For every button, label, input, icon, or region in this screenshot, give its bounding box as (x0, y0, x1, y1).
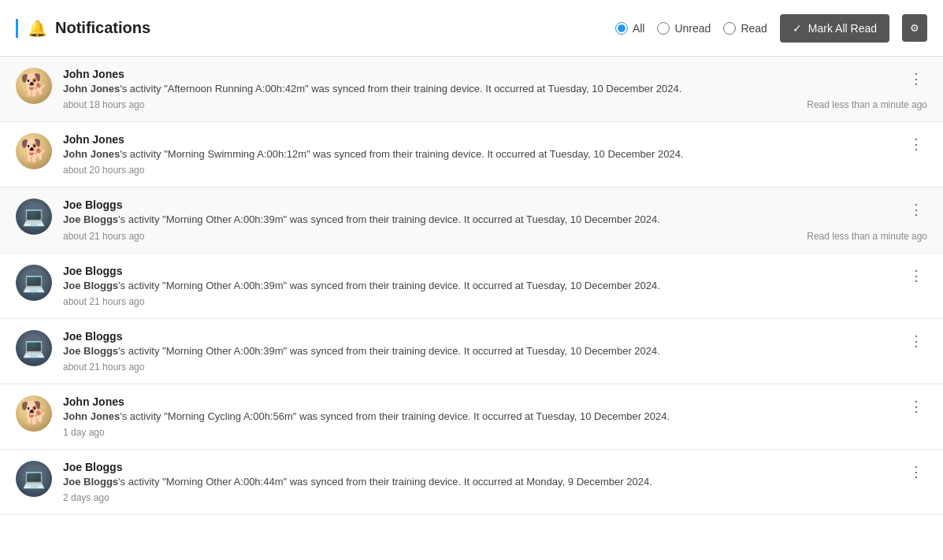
notification-user-name: Joe Bloggs (63, 461, 927, 473)
filter-unread-label: Unread (674, 22, 711, 35)
notification-time: about 21 hours ago (63, 362, 144, 373)
notification-read-status: Read less than a minute ago (807, 231, 927, 242)
filter-all-option[interactable]: All (615, 22, 645, 35)
notification-content: Joe Bloggs Joe Bloggs's activity "Mornin… (63, 461, 927, 503)
notifications-list: John Jones John Jones's activity "Aftern… (0, 57, 943, 560)
notification-user-name: Joe Bloggs (63, 265, 927, 277)
notification-text: John Jones's activity "Afternoon Running… (63, 82, 927, 96)
page-title: Notifications (55, 19, 150, 37)
notification-user-name: Joe Bloggs (63, 198, 927, 211)
notification-text: Joe Bloggs's activity "Morning Other A:0… (63, 213, 927, 227)
notification-more-button[interactable]: ⋮ (905, 461, 927, 483)
notification-more-button[interactable]: ⋮ (905, 133, 927, 155)
avatar (16, 330, 52, 366)
notification-content: Joe Bloggs Joe Bloggs's activity "Mornin… (63, 265, 927, 307)
notification-item: John Jones John Jones's activity "Aftern… (0, 57, 943, 122)
notification-more-button[interactable]: ⋮ (905, 395, 927, 417)
notification-item: Joe Bloggs Joe Bloggs's activity "Mornin… (0, 450, 943, 515)
filter-unread-radio[interactable] (657, 22, 670, 35)
notification-text: John Jones's activity "Morning Swimming … (63, 147, 927, 161)
notification-item: Joe Bloggs Joe Bloggs's activity "Mornin… (0, 187, 943, 253)
notification-item: Joe Bloggs Joe Bloggs's activity "Mornin… (0, 319, 943, 384)
avatar (16, 133, 52, 169)
filter-all-label: All (633, 22, 645, 35)
notification-content: John Jones John Jones's activity "Mornin… (63, 395, 927, 438)
filter-read-label: Read (741, 22, 767, 35)
notification-time: 2 days ago (63, 492, 110, 503)
filter-all-radio[interactable] (615, 22, 628, 35)
notification-content: John Jones John Jones's activity "Mornin… (63, 133, 927, 176)
settings-button[interactable]: ⚙ (902, 14, 927, 42)
mark-all-read-label: Mark All Read (808, 22, 877, 35)
filter-unread-option[interactable]: Unread (657, 22, 711, 35)
checkmark-icon: ✓ (793, 22, 802, 35)
avatar (16, 461, 52, 497)
notification-time: about 21 hours ago (63, 231, 144, 242)
notification-text: John Jones's activity "Morning Cycling A… (63, 410, 927, 424)
notification-text: Joe Bloggs's activity "Morning Other A:0… (63, 475, 927, 489)
mark-all-read-button[interactable]: ✓ Mark All Read (780, 14, 889, 43)
notification-item: John Jones John Jones's activity "Mornin… (0, 384, 943, 450)
notification-more-button[interactable]: ⋮ (905, 68, 927, 90)
notification-time: about 20 hours ago (63, 165, 144, 176)
header-left: 🔔 Notifications (16, 19, 150, 38)
notification-read-status: Read less than a minute ago (807, 99, 927, 110)
header-right: All Unread Read ✓ Mark All Read ⚙ (615, 14, 927, 43)
notification-item: Joe Bloggs Joe Bloggs's activity "Mornin… (0, 254, 943, 319)
notification-time: 1 day ago (63, 427, 105, 438)
notification-time: about 18 hours ago (63, 99, 144, 110)
avatar (16, 265, 52, 301)
filter-read-radio[interactable] (723, 22, 736, 35)
filter-group: All Unread Read (615, 22, 767, 35)
notification-text: Joe Bloggs's activity "Morning Other A:0… (63, 279, 927, 293)
avatar (16, 198, 52, 235)
notifications-header: 🔔 Notifications All Unread Read ✓ (0, 0, 943, 57)
notification-content: John Jones John Jones's activity "Aftern… (63, 68, 927, 110)
notification-more-button[interactable]: ⋮ (905, 265, 927, 287)
filter-read-option[interactable]: Read (723, 22, 767, 35)
avatar (16, 68, 52, 104)
notification-more-button[interactable]: ⋮ (905, 330, 927, 352)
notification-content: Joe Bloggs Joe Bloggs's activity "Mornin… (63, 198, 927, 241)
bell-icon: 🔔 (28, 19, 47, 38)
gear-icon: ⚙ (910, 22, 919, 34)
notification-time: about 21 hours ago (63, 296, 144, 307)
notification-item: John Jones John Jones's activity "Mornin… (0, 122, 943, 187)
notification-text: Joe Bloggs's activity "Morning Other A:0… (63, 344, 927, 358)
notification-user-name: Joe Bloggs (63, 330, 927, 343)
notification-user-name: John Jones (63, 68, 927, 80)
avatar (16, 395, 52, 432)
notification-content: Joe Bloggs Joe Bloggs's activity "Mornin… (63, 330, 927, 373)
notification-user-name: John Jones (63, 133, 927, 146)
notification-user-name: John Jones (63, 395, 927, 408)
